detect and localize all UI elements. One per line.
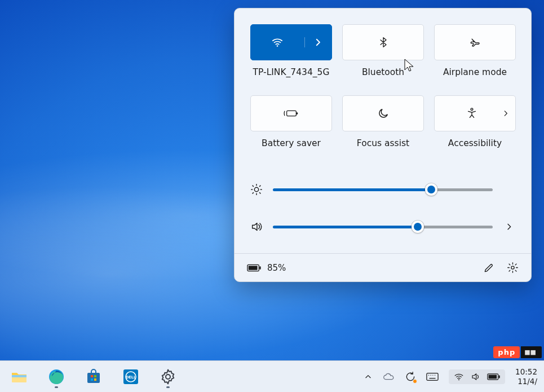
volume-icon <box>250 221 263 233</box>
tile-wrap-bluetooth: Bluetooth <box>342 24 424 90</box>
chevron-right-icon <box>313 37 323 47</box>
quick-settings-panel: TP-LINK_7434_5G Bluetooth <box>234 8 532 282</box>
onedrive-tray-icon[interactable] <box>382 372 395 381</box>
svg-point-28 <box>166 375 170 379</box>
volume-slider-thumb[interactable] <box>412 221 424 233</box>
tile-bluetooth[interactable] <box>342 24 424 60</box>
taskbar: DELL <box>0 360 544 392</box>
tile-focus-assist[interactable] <box>342 95 424 131</box>
watermark-left: php <box>493 346 520 358</box>
system-tray: 10:52 11/4/ <box>364 367 537 385</box>
clock-date: 11/4/ <box>515 377 537 386</box>
svg-rect-38 <box>499 375 500 378</box>
svg-rect-22 <box>94 375 96 377</box>
quick-settings-grid: TP-LINK_7434_5G Bluetooth <box>250 24 515 161</box>
tile-wrap-accessibility: Accessibility <box>434 95 516 161</box>
svg-point-0 <box>277 45 278 47</box>
taskbar-pinned-apps: DELL <box>7 364 180 389</box>
taskbar-clock[interactable]: 10:52 11/4/ <box>515 367 537 385</box>
watermark-right: ■■ <box>521 346 542 358</box>
battery-status[interactable]: 85% <box>247 263 286 273</box>
battery-icon <box>247 263 262 272</box>
quick-settings-footer: 85% <box>235 253 531 281</box>
tile-label-accessibility: Accessibility <box>448 138 502 161</box>
svg-text:DELL: DELL <box>126 375 136 380</box>
tile-wifi[interactable] <box>250 24 332 60</box>
moon-icon <box>377 107 390 120</box>
tile-wifi-expand[interactable] <box>304 37 331 47</box>
volume-expand-button[interactable] <box>503 222 515 231</box>
svg-rect-29 <box>427 373 438 380</box>
svg-point-16 <box>511 266 514 269</box>
battery-saver-icon <box>284 108 299 119</box>
svg-point-35 <box>458 379 459 380</box>
svg-rect-2 <box>296 112 297 114</box>
svg-line-11 <box>253 193 253 193</box>
svg-rect-24 <box>94 378 96 381</box>
input-indicator-tray-icon[interactable] <box>426 372 439 381</box>
svg-rect-14 <box>249 266 258 270</box>
chevron-right-icon <box>502 109 510 117</box>
svg-rect-21 <box>91 375 93 377</box>
bluetooth-icon <box>378 37 389 48</box>
svg-rect-20 <box>87 373 100 383</box>
settings-app-icon[interactable] <box>156 364 180 389</box>
brightness-icon <box>250 183 263 196</box>
volume-row <box>250 221 515 233</box>
svg-point-3 <box>471 108 473 111</box>
svg-line-12 <box>260 186 260 186</box>
tile-wrap-battery-saver: Battery saver <box>250 95 332 161</box>
svg-rect-23 <box>91 378 93 381</box>
tile-label-bluetooth: Bluetooth <box>362 67 404 90</box>
settings-button[interactable] <box>507 262 519 274</box>
sliders-section <box>250 183 515 233</box>
accessibility-icon <box>466 107 478 120</box>
microsoft-store-icon[interactable] <box>81 364 106 389</box>
tile-accessibility[interactable] <box>434 95 516 131</box>
battery-pct-label: 85% <box>267 263 286 273</box>
wifi-tray-icon <box>453 372 465 382</box>
svg-rect-37 <box>489 375 497 378</box>
tile-wrap-airplane: Airplane mode <box>434 24 516 90</box>
tile-wrap-focus-assist: Focus assist <box>342 95 424 161</box>
brightness-row <box>250 183 515 196</box>
volume-tray-icon <box>470 372 481 382</box>
tray-overflow-button[interactable] <box>364 373 372 381</box>
tile-wifi-toggle[interactable] <box>251 36 304 49</box>
tile-label-focus-assist: Focus assist <box>357 138 409 161</box>
tile-battery-saver[interactable] <box>250 95 332 131</box>
tile-label-airplane: Airplane mode <box>443 67 507 90</box>
battery-tray-icon <box>487 373 501 381</box>
tile-wrap-wifi: TP-LINK_7434_5G <box>250 24 332 90</box>
svg-rect-18 <box>12 375 26 377</box>
file-explorer-icon[interactable] <box>7 364 32 389</box>
dell-app-icon[interactable]: DELL <box>118 364 143 389</box>
svg-line-10 <box>260 193 260 193</box>
volume-slider[interactable] <box>273 226 493 228</box>
airplane-icon <box>469 36 481 49</box>
svg-rect-15 <box>259 266 260 270</box>
svg-rect-1 <box>286 111 296 116</box>
tile-label-battery-saver: Battery saver <box>262 138 321 161</box>
brightness-slider-thumb[interactable] <box>425 183 437 196</box>
tile-label-wifi: TP-LINK_7434_5G <box>253 67 330 90</box>
wifi-icon <box>271 36 284 49</box>
brightness-slider[interactable] <box>273 188 493 191</box>
svg-line-9 <box>253 186 253 186</box>
clock-time: 10:52 <box>515 367 537 376</box>
edge-browser-icon[interactable] <box>44 364 69 389</box>
windows-update-tray-icon[interactable] <box>405 371 416 382</box>
edit-quick-settings-button[interactable] <box>483 262 494 274</box>
svg-point-4 <box>254 187 258 191</box>
watermark-badge: php ■■ <box>493 346 542 358</box>
tile-airplane[interactable] <box>434 24 516 60</box>
quick-settings-tray-button[interactable] <box>449 369 505 384</box>
